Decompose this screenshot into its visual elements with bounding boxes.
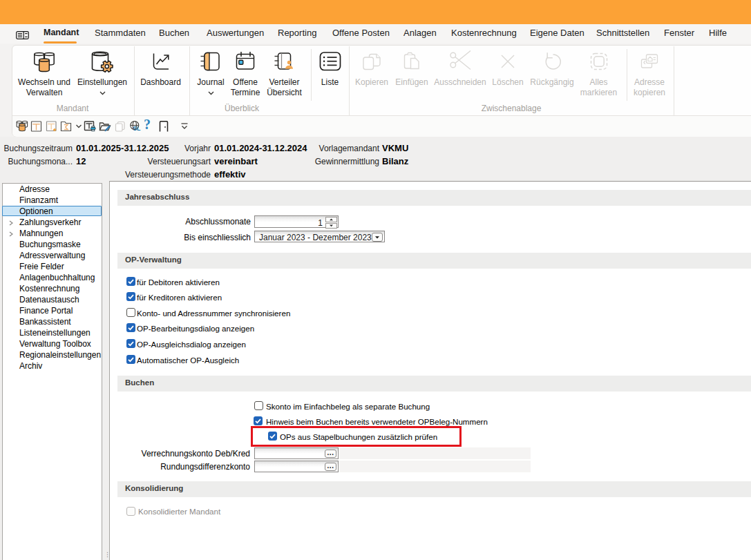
- svg-text:SL: SL: [133, 125, 141, 132]
